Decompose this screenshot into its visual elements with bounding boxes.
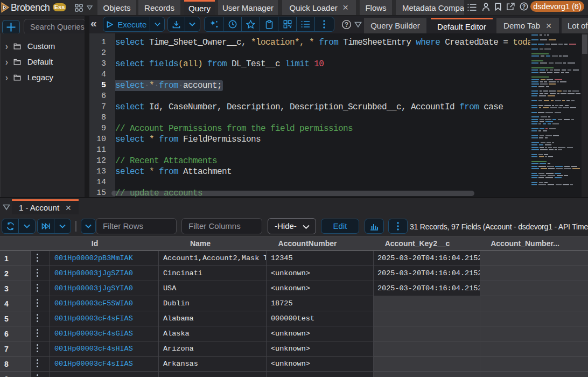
- svg-text:?: ?: [522, 3, 526, 10]
- svg-text:?: ?: [345, 21, 348, 29]
